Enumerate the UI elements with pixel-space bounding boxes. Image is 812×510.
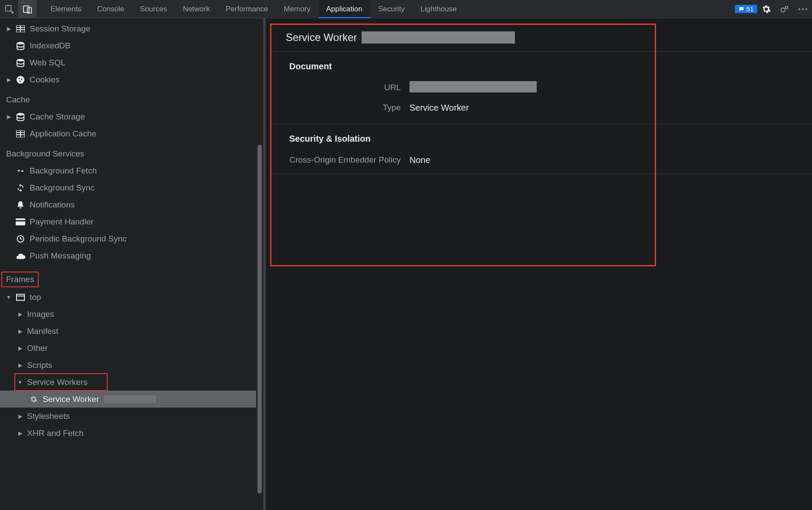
field-label: URL xyxy=(270,83,409,92)
inspect-element-icon[interactable] xyxy=(0,0,18,18)
svg-point-15 xyxy=(18,78,20,79)
application-detail-pane: Service Worker Document URL Type Service… xyxy=(266,18,812,510)
settings-icon[interactable] xyxy=(757,0,775,18)
sidebar-item-service-worker[interactable]: Service Worker xyxy=(0,391,256,408)
chevron-right-icon: ▶ xyxy=(6,114,11,120)
field-label: Cross-Origin Embedder Policy xyxy=(270,155,409,165)
svg-point-13 xyxy=(17,59,24,61)
whats-new-icon[interactable] xyxy=(775,0,794,18)
sidebar-item-notifications[interactable]: Notifications xyxy=(0,196,263,213)
field-value: None xyxy=(409,155,430,165)
svg-point-5 xyxy=(798,8,800,10)
sidebar-item-application-cache[interactable]: Application Cache xyxy=(0,125,263,142)
chevron-down-icon: ▼ xyxy=(17,379,23,385)
redacted-text xyxy=(409,81,537,92)
svg-point-3 xyxy=(781,8,785,12)
sidebar-item-indexeddb[interactable]: IndexedDB xyxy=(0,37,263,54)
sidebar-heading-cache: Cache xyxy=(0,88,263,108)
sidebar-item-label: Service Workers xyxy=(27,377,88,387)
sidebar-item-label: Web SQL xyxy=(30,58,65,68)
svg-rect-23 xyxy=(16,218,25,225)
sidebar-item-label: Manifest xyxy=(27,326,58,336)
sidebar-item-bg-sync[interactable]: Background Sync xyxy=(0,179,263,196)
svg-rect-26 xyxy=(17,294,24,300)
tab-elements[interactable]: Elements xyxy=(43,0,89,18)
field-coep: Cross-Origin Embedder Policy None xyxy=(270,150,812,170)
svg-point-18 xyxy=(17,113,24,116)
field-label: Type xyxy=(270,103,409,112)
tab-performance[interactable]: Performance xyxy=(218,0,276,18)
sidebar-item-websql[interactable]: Web SQL xyxy=(0,54,263,71)
sidebar-item-scripts[interactable]: ▶Scripts xyxy=(0,357,263,374)
field-url: URL xyxy=(270,78,812,98)
sidebar-item-periodic-sync[interactable]: Periodic Background Sync xyxy=(0,230,263,247)
tab-network[interactable]: Network xyxy=(175,0,218,18)
field-type: Type Service Worker xyxy=(270,98,812,118)
table-icon xyxy=(16,129,25,139)
section-heading-security: Security & Isolation xyxy=(270,124,812,150)
cloud-icon xyxy=(16,251,25,261)
tab-application[interactable]: Application xyxy=(318,0,370,18)
sidebar-item-label: Periodic Background Sync xyxy=(30,234,127,244)
toggle-device-toolbar-icon[interactable] xyxy=(18,0,37,18)
sidebar-item-service-workers-group[interactable]: ▼ Service Workers xyxy=(15,374,107,391)
tab-security[interactable]: Security xyxy=(370,0,413,18)
sidebar-item-bg-fetch[interactable]: Background Fetch xyxy=(0,162,263,179)
clock-icon xyxy=(16,234,25,244)
sidebar-item-cache-storage[interactable]: ▶ Cache Storage xyxy=(0,108,263,125)
sidebar-item-stylesheets[interactable]: ▶Stylesheets xyxy=(0,408,263,425)
sidebar-item-session-storage[interactable]: ▶ Session Storage xyxy=(0,20,263,37)
bell-icon xyxy=(16,200,25,210)
sidebar-item-manifest[interactable]: ▶Manifest xyxy=(0,323,263,340)
sidebar-item-label: Background Sync xyxy=(30,183,95,193)
sidebar-item-label: Push Messaging xyxy=(30,251,91,261)
svg-rect-24 xyxy=(16,220,25,221)
sidebar-item-top-frame[interactable]: ▼ top xyxy=(0,289,263,306)
svg-point-6 xyxy=(802,8,804,10)
main-area: ▶ Session Storage IndexedDB Web SQL ▶ Co… xyxy=(0,18,812,510)
sidebar-item-label: IndexedDB xyxy=(30,41,71,51)
sidebar-item-label: Application Cache xyxy=(30,129,96,139)
tab-memory[interactable]: Memory xyxy=(276,0,318,18)
sidebar-item-label: XHR and Fetch xyxy=(27,428,84,438)
sidebar-item-label: Payment Handler xyxy=(30,217,94,227)
sync-icon xyxy=(16,183,25,193)
fetch-icon xyxy=(16,166,25,176)
table-icon xyxy=(16,24,25,34)
tab-console[interactable]: Console xyxy=(89,0,132,18)
chevron-right-icon: ▶ xyxy=(6,77,11,83)
sidebar-item-cookies[interactable]: ▶ Cookies xyxy=(0,71,263,88)
sidebar-item-label: Background Fetch xyxy=(30,166,97,176)
svg-point-16 xyxy=(21,78,22,80)
tab-lighthouse[interactable]: Lighthouse xyxy=(413,0,464,18)
issues-count: 51 xyxy=(746,5,754,13)
more-options-icon[interactable] xyxy=(794,0,812,18)
svg-point-17 xyxy=(19,80,20,82)
sidebar-item-label: Cache Storage xyxy=(30,112,85,122)
redacted-text xyxy=(104,395,156,403)
svg-point-7 xyxy=(805,8,807,10)
sidebar-item-label: top xyxy=(30,292,41,302)
sidebar-item-label: Session Storage xyxy=(30,24,90,34)
cookie-icon xyxy=(16,75,25,85)
database-icon xyxy=(16,112,25,122)
sidebar-item-label: Images xyxy=(27,309,54,319)
sidebar-item-payment-handler[interactable]: Payment Handler xyxy=(0,213,263,230)
issues-badge[interactable]: 51 xyxy=(735,5,757,13)
sidebar-item-images[interactable]: ▶Images xyxy=(0,306,263,323)
frame-icon xyxy=(16,292,25,302)
panel-title: Service Worker xyxy=(286,31,357,44)
sidebar-item-label: Service Worker xyxy=(43,394,99,404)
sidebar-item-other[interactable]: ▶Other xyxy=(0,340,263,357)
devtools-tab-bar: Elements Console Sources Network Perform… xyxy=(0,0,812,18)
sidebar-item-label: Stylesheets xyxy=(27,411,70,421)
sidebar-item-push-messaging[interactable]: Push Messaging xyxy=(0,247,263,264)
section-heading-document: Document xyxy=(270,52,812,78)
redacted-text xyxy=(362,31,515,44)
sidebar-item-xhr-fetch[interactable]: ▶XHR and Fetch xyxy=(0,425,263,442)
gear-icon xyxy=(29,394,38,404)
sidebar-item-label: Other xyxy=(27,343,48,353)
sidebar-heading-bgservices: Background Services xyxy=(0,142,263,162)
tab-sources[interactable]: Sources xyxy=(132,0,175,18)
sidebar-scrollbar[interactable] xyxy=(256,18,263,510)
